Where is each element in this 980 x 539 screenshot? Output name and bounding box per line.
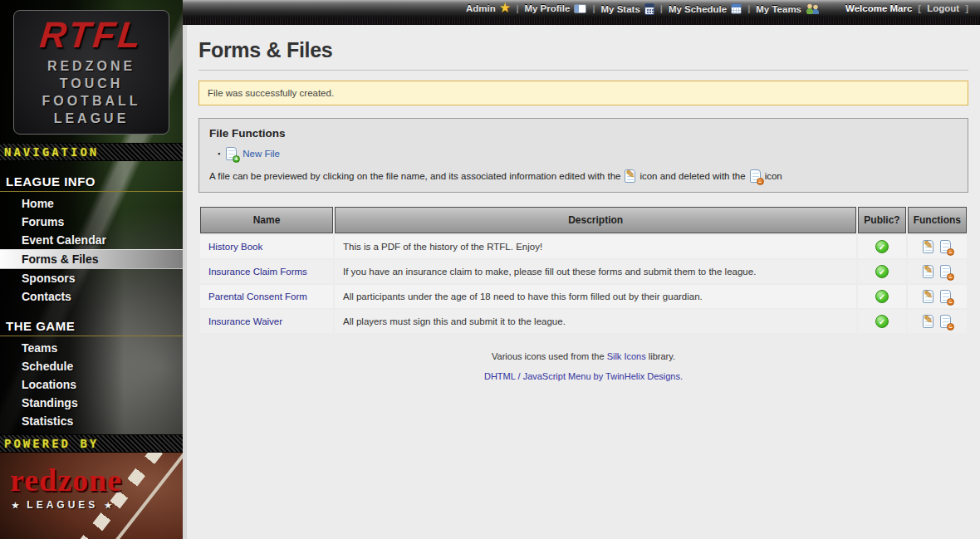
leagues-label: LEAGUES xyxy=(27,499,98,511)
edit-file-icon[interactable]: ✎ xyxy=(923,290,933,303)
logo-word: REDZONE xyxy=(42,58,140,76)
sidebar-item-sponsors[interactable]: Sponsors xyxy=(0,269,183,287)
topbar-admin-link[interactable]: Admin ★ xyxy=(466,3,510,13)
sidebar-section-the-game: THE GAME Teams Schedule Locations Standi… xyxy=(0,306,183,430)
edit-file-icon[interactable]: ✎ xyxy=(923,240,933,253)
sidebar-item-home[interactable]: Home xyxy=(0,194,183,213)
star-icon: ★ xyxy=(500,2,511,12)
pencil-glyph: ✎ xyxy=(924,288,933,301)
column-header-functions[interactable]: Functions xyxy=(908,207,967,233)
topbar-my-stats-link[interactable]: My Stats xyxy=(601,3,654,15)
section-title-league-info: LEAGUE INFO xyxy=(0,174,183,192)
star-glyph: ★ xyxy=(105,501,114,510)
delete-file-icon[interactable]: – xyxy=(940,265,951,278)
delete-file-icon[interactable]: – xyxy=(940,290,951,303)
edit-file-icon[interactable]: ✎ xyxy=(923,265,933,278)
new-file-icon[interactable]: + xyxy=(226,147,237,160)
flash-message: File was successfully created. xyxy=(198,81,968,105)
title-divider xyxy=(198,70,968,71)
help-text-after: icon xyxy=(765,171,782,181)
sidebar-section-league-info: LEAGUE INFO Home Forums Event Calendar F… xyxy=(0,161,183,306)
file-name-link[interactable]: Insurance Claim Forms xyxy=(208,267,307,277)
pencil-glyph: ✎ xyxy=(924,238,933,251)
column-header-name[interactable]: Name xyxy=(200,207,333,233)
sidebar-item-locations[interactable]: Locations xyxy=(0,375,183,394)
sidebar-item-forums[interactable]: Forums xyxy=(0,213,183,231)
public-cell: ✓ xyxy=(858,285,905,308)
delete-file-icon[interactable]: – xyxy=(940,315,951,328)
functions-cell: ✎– xyxy=(908,235,967,258)
logo-word: LEAGUE xyxy=(42,110,140,128)
edit-file-icon[interactable]: ✎ xyxy=(923,315,933,328)
welcome-text: Welcome Marc xyxy=(845,3,912,13)
sidebar: RTFL REDZONE TOUCH FOOTBALL LEAGUE NAVIG… xyxy=(0,0,183,539)
my-stats-label: My Stats xyxy=(601,4,640,14)
help-text-before: A file can be previewed by clicking on t… xyxy=(209,171,620,181)
minus-badge: – xyxy=(947,273,954,281)
new-file-row: ▪ + New File xyxy=(218,147,958,160)
files-table-header: Name Description Public? Functions xyxy=(200,207,967,233)
file-description: All players must sign this and submit it… xyxy=(335,310,856,333)
files-table: Name Description Public? Functions Histo… xyxy=(198,205,968,335)
table-row: Insurance WaiverAll players must sign th… xyxy=(200,310,967,333)
public-check-icon: ✓ xyxy=(875,240,889,253)
my-teams-label: My Teams xyxy=(756,4,801,14)
file-name-link[interactable]: Insurance Waiver xyxy=(208,316,282,326)
sidebar-item-standings[interactable]: Standings xyxy=(0,394,183,412)
credit-prefix: Various icons used from the xyxy=(492,351,605,361)
bullet-glyph: ▪ xyxy=(218,150,220,158)
redzone-leagues-text: ★ LEAGUES ★ xyxy=(12,499,114,511)
file-name-link[interactable]: Parental Consent Form xyxy=(208,292,307,301)
topbar: Admin ★ | My Profile | My Stats | My Sch… xyxy=(183,0,980,25)
public-check-icon: ✓ xyxy=(875,290,889,303)
pencil-glyph: ✎ xyxy=(924,263,933,276)
functions-cell: ✎– xyxy=(908,285,967,308)
calendar-icon xyxy=(731,3,742,14)
file-name-link[interactable]: History Book xyxy=(208,242,262,252)
file-description: If you have an insurance claim to make, … xyxy=(335,260,856,283)
page: Admin ★ | My Profile | My Stats | My Sch… xyxy=(183,0,980,539)
pencil-glyph: ✎ xyxy=(924,313,933,326)
column-header-description[interactable]: Description xyxy=(335,207,856,233)
new-file-link[interactable]: New File xyxy=(243,149,280,159)
sidebar-item-teams[interactable]: Teams xyxy=(0,339,183,357)
public-check-icon: ✓ xyxy=(875,265,889,278)
logout-link[interactable]: Logout xyxy=(927,3,959,13)
pencil-glyph: ✎ xyxy=(625,168,635,180)
page-title: Forms & Files xyxy=(198,38,968,62)
file-name-cell: Parental Consent Form xyxy=(200,285,333,308)
topbar-my-schedule-link[interactable]: My Schedule xyxy=(669,3,742,14)
minus-badge: – xyxy=(947,323,954,331)
sidebar-item-schedule[interactable]: Schedule xyxy=(0,357,183,375)
league-logo-words: REDZONE TOUCH FOOTBALL LEAGUE xyxy=(42,58,140,127)
sidebar-item-contacts[interactable]: Contacts xyxy=(0,287,183,306)
navigation-banner: NAVIGATION xyxy=(0,143,183,161)
topbar-my-teams-link[interactable]: My Teams xyxy=(756,3,820,14)
minus-badge: – xyxy=(757,178,764,185)
bracket-glyph: ] xyxy=(965,3,968,13)
file-description: All participants under the age of 18 nee… xyxy=(335,285,856,308)
functions-cell: ✎– xyxy=(908,310,967,333)
delete-file-icon[interactable]: – xyxy=(940,240,951,253)
topbar-my-profile-link[interactable]: My Profile xyxy=(524,3,586,13)
public-cell: ✓ xyxy=(858,235,905,258)
twinhelix-link[interactable]: DHTML / JavaScript Menu by TwinHelix Des… xyxy=(484,371,683,381)
file-functions-panel: File Functions ▪ + New File A file can b… xyxy=(198,118,968,193)
silk-icons-link[interactable]: Silk Icons xyxy=(607,351,646,361)
credit-suffix: library. xyxy=(649,351,675,361)
column-header-public[interactable]: Public? xyxy=(858,207,905,233)
vcard-icon xyxy=(574,4,586,13)
sidebar-item-statistics[interactable]: Statistics xyxy=(0,412,183,430)
menu-credit: DHTML / JavaScript Menu by TwinHelix Des… xyxy=(198,371,968,381)
help-text-between: icon and deleted with the xyxy=(639,171,745,181)
powered-by-banner: POWERED BY xyxy=(0,434,183,453)
section-title-the-game: THE GAME xyxy=(0,319,183,336)
sidebar-item-forms-files[interactable]: Forms & Files xyxy=(0,249,183,269)
minus-badge: – xyxy=(947,298,954,306)
public-cell: ✓ xyxy=(858,260,905,283)
table-row: Insurance Claim FormsIf you have an insu… xyxy=(200,260,967,283)
sidebar-item-event-calendar[interactable]: Event Calendar xyxy=(0,231,183,249)
topbar-separator: | xyxy=(747,3,750,13)
edit-page-icon: ✎ xyxy=(625,169,635,183)
file-name-cell: History Book xyxy=(200,235,333,258)
